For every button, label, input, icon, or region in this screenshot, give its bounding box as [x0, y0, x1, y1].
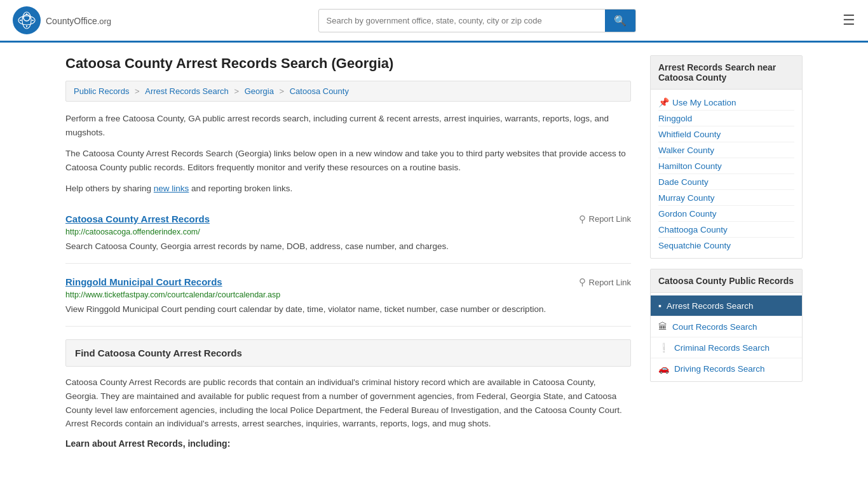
criminal-icon: ❕ — [658, 342, 669, 353]
use-location-link[interactable]: 📌Use My Location — [658, 98, 736, 107]
record-block-1: Ringgold Municipal Court Records ⚲ Repor… — [65, 266, 631, 327]
new-links-link[interactable]: new links — [154, 184, 189, 193]
sidebar-public-list: ▪ Arrest Records Search 🏛 Court Records … — [651, 293, 802, 381]
record-title-1[interactable]: Ringgold Municipal Court Records — [65, 276, 222, 287]
logo-area: CountyOffice.org — [13, 6, 111, 34]
sidebar-item-whitfield[interactable]: Whitfield County — [658, 126, 794, 142]
breadcrumb-separator: > — [234, 86, 241, 96]
logo-icon — [13, 6, 41, 34]
main-layout: Catoosa County Arrest Records Search (Ge… — [53, 43, 815, 461]
content-area: Catoosa County Arrest Records Search (Ge… — [65, 55, 631, 449]
report-icon-0: ⚲ — [579, 214, 586, 225]
sidebar-public-arrest[interactable]: ▪ Arrest Records Search — [651, 295, 802, 316]
search-input[interactable] — [319, 11, 605, 30]
sidebar-public-driving[interactable]: 🚗 Driving Records Search — [651, 358, 802, 379]
header: CountyOffice.org 🔍 ☰ — [0, 0, 868, 43]
breadcrumb-link-georgia[interactable]: Georgia — [245, 86, 274, 96]
record-block-0: Catoosa County Arrest Records ⚲ Report L… — [65, 203, 631, 264]
record-url-0: http://catoosacoga.offenderindex.com/ — [65, 227, 631, 236]
sidebar-item-chattooga[interactable]: Chattooga County — [658, 222, 794, 238]
find-heading: Find Catoosa County Arrest Records — [75, 348, 621, 358]
sidebar: Arrest Records Search near Catoosa Count… — [650, 55, 803, 449]
sidebar-item-gordon[interactable]: Gordon County — [658, 206, 794, 222]
sidebar-item-murray[interactable]: Murray County — [658, 190, 794, 206]
sidebar-public-court[interactable]: 🏛 Court Records Search — [651, 316, 802, 337]
description-para3: Help others by sharing new links and rep… — [65, 182, 631, 196]
page-title: Catoosa County Arrest Records Search (Ge… — [65, 55, 631, 72]
sidebar-item-hamilton[interactable]: Hamilton County — [658, 158, 794, 174]
description-para1: Perform a free Catoosa County, GA public… — [65, 112, 631, 139]
search-icon: 🔍 — [614, 15, 627, 26]
record-desc-1: View Ringgold Municipal Court pending co… — [65, 303, 631, 316]
report-link-0[interactable]: ⚲ Report Link — [579, 214, 631, 225]
search-button[interactable]: 🔍 — [605, 10, 635, 32]
arrest-icon: ▪ — [658, 301, 661, 311]
record-header-0: Catoosa County Arrest Records ⚲ Report L… — [65, 214, 631, 225]
sidebar-public-criminal[interactable]: ❕ Criminal Records Search — [651, 337, 802, 358]
breadcrumb-link-arrest-records[interactable]: Arrest Records Search — [145, 86, 229, 96]
hamburger-icon: ☰ — [843, 12, 855, 28]
sidebar-public-heading: Catoosa County Public Records — [651, 269, 802, 293]
report-link-1[interactable]: ⚲ Report Link — [579, 276, 631, 288]
menu-button[interactable]: ☰ — [843, 12, 855, 29]
sidebar-item-ringgold[interactable]: Ringgold — [658, 111, 794, 126]
breadcrumb: Public Records > Arrest Records Search >… — [65, 81, 631, 102]
logo-text: CountyOffice.org — [46, 14, 111, 27]
sidebar-nearby-list: 📌Use My Location Ringgold Whitfield Coun… — [651, 90, 802, 258]
sidebar-item-dade[interactable]: Dade County — [658, 174, 794, 190]
report-icon-1: ⚲ — [579, 276, 586, 288]
record-desc-0: Search Catoosa County, Georgia arrest re… — [65, 240, 631, 253]
breadcrumb-link-public-records[interactable]: Public Records — [74, 86, 129, 96]
breadcrumb-link-catoosa[interactable]: Catoosa County — [290, 86, 349, 96]
description-para2: The Catoosa County Arrest Records Search… — [65, 147, 631, 174]
court-icon: 🏛 — [658, 322, 667, 332]
breadcrumb-separator: > — [135, 86, 142, 96]
find-para1: Catoosa County Arrest Records are public… — [65, 376, 631, 430]
sidebar-nearby-heading: Arrest Records Search near Catoosa Count… — [651, 56, 802, 90]
location-pin-icon: 📌 — [658, 97, 669, 107]
find-section: Find Catoosa County Arrest Records — [65, 339, 631, 367]
record-url-1: http://www.ticketfastpay.com/courtcalend… — [65, 290, 631, 299]
sidebar-nearby: Arrest Records Search near Catoosa Count… — [650, 55, 803, 259]
sidebar-item-sequatchie[interactable]: Sequatchie County — [658, 238, 794, 253]
driving-icon: 🚗 — [658, 363, 669, 374]
learn-heading: Learn about Arrest Records, including: — [65, 438, 631, 449]
sidebar-item-use-location[interactable]: 📌Use My Location — [658, 95, 794, 111]
breadcrumb-separator: > — [280, 86, 287, 96]
sidebar-public: Catoosa County Public Records ▪ Arrest R… — [650, 269, 803, 382]
sidebar-item-walker[interactable]: Walker County — [658, 142, 794, 158]
record-title-0[interactable]: Catoosa County Arrest Records — [65, 214, 210, 224]
record-header-1: Ringgold Municipal Court Records ⚲ Repor… — [65, 276, 631, 288]
search-bar: 🔍 — [318, 9, 636, 32]
